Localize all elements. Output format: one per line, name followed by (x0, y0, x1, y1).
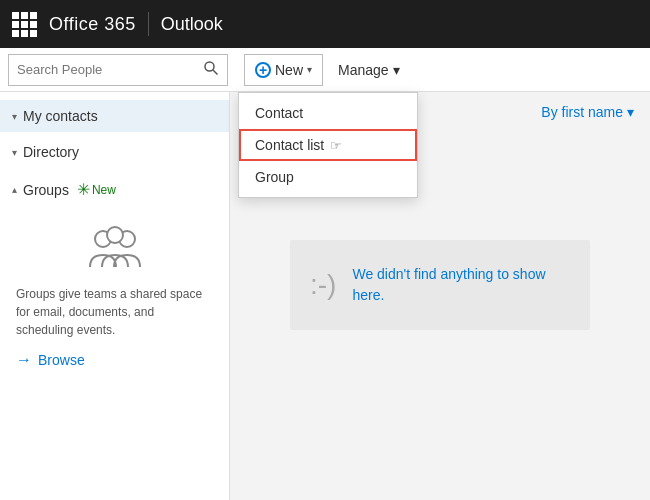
plus-circle-icon: + (255, 62, 271, 78)
dropdown-item-group[interactable]: Group (239, 161, 417, 193)
outlook-label: Outlook (161, 14, 223, 35)
new-dropdown-menu: Contact Contact list ☞ Group (238, 92, 418, 198)
chevron-down-icon-my-contacts: ▾ (12, 111, 17, 122)
app-name: Office 365 (49, 14, 136, 35)
new-button-label: New (275, 62, 303, 78)
cursor-indicator: ☞ (330, 138, 342, 153)
sort-label: By first name (541, 104, 623, 120)
empty-state-emoji: :-) (310, 269, 336, 301)
sidebar-item-my-contacts[interactable]: ▾ My contacts (0, 100, 229, 132)
chevron-down-icon-directory: ▾ (12, 147, 17, 158)
svg-point-4 (107, 227, 123, 243)
groups-label: Groups (23, 182, 69, 198)
new-badge: ✳ New (77, 180, 116, 199)
browse-label: Browse (38, 352, 85, 368)
groups-description: Groups give teams a shared space for ema… (16, 285, 213, 339)
chevron-down-icon: ▾ (307, 64, 312, 75)
search-input[interactable] (17, 62, 197, 77)
sort-chevron-icon: ▾ (627, 104, 634, 120)
sidebar-section-groups: ▴ Groups ✳ New (0, 172, 229, 385)
dropdown-item-contact[interactable]: Contact (239, 97, 417, 129)
top-bar: Office 365 Outlook (0, 0, 650, 48)
dropdown-item-contact-list[interactable]: Contact list ☞ (239, 129, 417, 161)
manage-chevron-icon: ▾ (393, 62, 400, 78)
toolbar-actions: + New ▾ Manage ▾ (244, 54, 411, 86)
vertical-divider (148, 12, 149, 36)
my-contacts-label: My contacts (23, 108, 98, 124)
contact-option-label: Contact (255, 105, 303, 121)
sort-button[interactable]: By first name ▾ (541, 104, 634, 120)
sidebar-section-directory: ▾ Directory (0, 136, 229, 168)
empty-state: :-) We didn't find anything to show here… (290, 240, 590, 330)
chevron-up-icon-groups: ▴ (12, 184, 17, 195)
groups-icon (85, 223, 145, 277)
group-option-label: Group (255, 169, 294, 185)
toolbar: + New ▾ Manage ▾ Contact Contact list ☞ … (0, 48, 650, 92)
sidebar-section-my-contacts: ▾ My contacts (0, 100, 229, 132)
groups-content: Groups give teams a shared space for ema… (0, 207, 229, 385)
new-badge-label: New (92, 183, 116, 197)
browse-link[interactable]: → Browse (16, 351, 85, 369)
sidebar-item-directory[interactable]: ▾ Directory (0, 136, 229, 168)
asterisk-icon: ✳ (77, 180, 90, 199)
svg-point-0 (205, 62, 214, 71)
contact-list-option-label: Contact list (255, 137, 324, 153)
search-icon (203, 60, 219, 79)
manage-button-label: Manage (338, 62, 389, 78)
search-area[interactable] (8, 54, 228, 86)
svg-line-1 (213, 70, 218, 75)
waffle-icon[interactable] (12, 12, 37, 37)
manage-button[interactable]: Manage ▾ (327, 54, 411, 86)
arrow-right-icon: → (16, 351, 32, 369)
sidebar: ▾ My contacts ▾ Directory ▴ Groups ✳ New (0, 92, 230, 500)
sidebar-item-groups[interactable]: ▴ Groups ✳ New (0, 172, 229, 207)
directory-label: Directory (23, 144, 79, 160)
empty-state-text: We didn't find anything to show here. (352, 264, 570, 306)
new-button[interactable]: + New ▾ (244, 54, 323, 86)
